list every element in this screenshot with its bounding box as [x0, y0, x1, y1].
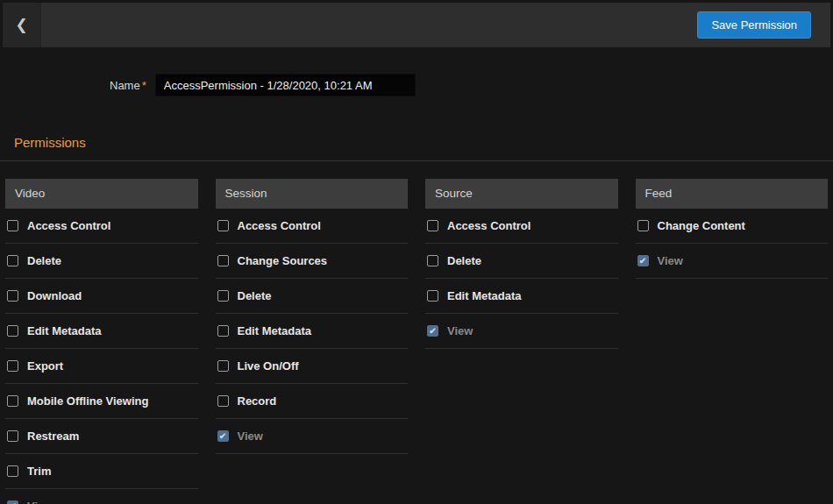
permission-row[interactable]: View: [636, 244, 829, 279]
permission-label: Change Sources: [238, 254, 328, 267]
group-header: Video: [5, 179, 198, 209]
permission-group-video: VideoAccess ControlDeleteDownloadEdit Me…: [5, 179, 198, 504]
checkbox-unchecked[interactable]: [7, 290, 18, 302]
permission-label: Record: [238, 394, 277, 408]
checkbox-checked[interactable]: [217, 430, 229, 442]
permission-row[interactable]: Access Control: [216, 209, 409, 244]
permission-row[interactable]: Live On/Off: [216, 349, 409, 384]
checkbox-unchecked[interactable]: [637, 220, 649, 231]
checkbox-unchecked[interactable]: [7, 465, 18, 477]
permission-label: View: [447, 324, 473, 337]
permission-label: Edit Metadata: [238, 324, 312, 337]
checkbox-unchecked[interactable]: [217, 325, 229, 337]
group-header: Session: [216, 179, 409, 209]
permission-label: Live On/Off: [238, 359, 299, 373]
name-label: Name*: [110, 79, 146, 92]
permission-label: Delete: [238, 289, 272, 302]
permission-label: View: [27, 500, 53, 504]
permission-row[interactable]: Delete: [425, 244, 618, 279]
checkbox-unchecked[interactable]: [217, 360, 229, 372]
permission-label: Access Control: [447, 219, 530, 232]
permission-row[interactable]: Edit Metadata: [425, 279, 618, 314]
permission-label: Trim: [27, 465, 51, 478]
permission-label: View: [658, 254, 683, 267]
permission-group-source: SourceAccess ControlDeleteEdit MetadataV…: [425, 179, 618, 349]
checkbox-unchecked[interactable]: [7, 395, 18, 407]
checkbox-unchecked[interactable]: [7, 430, 18, 442]
name-label-text: Name: [110, 79, 140, 92]
permission-row[interactable]: Edit Metadata: [5, 314, 198, 349]
permission-label: View: [238, 429, 263, 443]
back-button[interactable]: ❮: [3, 3, 41, 47]
permission-label: Change Content: [658, 219, 745, 232]
permission-label: Restream: [27, 429, 79, 443]
permission-row[interactable]: View: [216, 419, 409, 454]
permission-label: Delete: [447, 254, 481, 267]
name-input[interactable]: [155, 74, 416, 96]
checkbox-checked[interactable]: [7, 500, 18, 504]
group-header: Source: [425, 179, 618, 209]
permission-label: Edit Metadata: [27, 324, 102, 337]
name-row: Name*: [0, 74, 833, 96]
permission-row[interactable]: View: [5, 489, 198, 504]
permission-row[interactable]: Delete: [216, 279, 409, 314]
permission-row[interactable]: Record: [216, 384, 409, 419]
permission-row[interactable]: Mobile Offline Viewing: [5, 384, 198, 419]
permission-row[interactable]: Download: [5, 279, 198, 314]
permission-label: Delete: [27, 254, 61, 267]
permission-row[interactable]: Trim: [5, 454, 198, 489]
permissions-columns: VideoAccess ControlDeleteDownloadEdit Me…: [0, 161, 833, 504]
permissions-heading: Permissions: [14, 135, 833, 150]
checkbox-unchecked[interactable]: [217, 255, 229, 266]
checkbox-unchecked[interactable]: [427, 290, 438, 302]
permission-label: Edit Metadata: [447, 289, 522, 302]
permission-row[interactable]: Restream: [5, 419, 198, 454]
required-asterisk: *: [142, 79, 146, 92]
permission-row[interactable]: View: [425, 314, 618, 349]
permission-row[interactable]: Access Control: [5, 209, 198, 244]
top-bar: ❮ Save Permission: [3, 3, 830, 47]
checkbox-unchecked[interactable]: [7, 255, 18, 266]
permission-label: Access Control: [27, 219, 110, 232]
permission-row[interactable]: Edit Metadata: [216, 314, 409, 349]
chevron-left-icon: ❮: [15, 16, 27, 34]
checkbox-unchecked[interactable]: [7, 220, 18, 231]
checkbox-unchecked[interactable]: [217, 290, 229, 302]
group-header: Feed: [636, 179, 829, 209]
permission-label: Access Control: [238, 219, 321, 232]
permission-group-feed: FeedChange ContentView: [636, 179, 829, 279]
permission-row[interactable]: Export: [5, 349, 198, 384]
checkbox-checked[interactable]: [637, 255, 649, 266]
permission-label: Mobile Offline Viewing: [27, 394, 148, 408]
permission-row[interactable]: Access Control: [425, 209, 618, 244]
checkbox-unchecked[interactable]: [217, 220, 229, 231]
checkbox-unchecked[interactable]: [427, 255, 438, 266]
checkbox-unchecked[interactable]: [427, 220, 438, 231]
permission-group-session: SessionAccess ControlChange SourcesDelet…: [216, 179, 409, 454]
save-permission-button[interactable]: Save Permission: [697, 11, 811, 39]
permission-label: Download: [27, 289, 82, 302]
checkbox-unchecked[interactable]: [217, 395, 229, 407]
checkbox-unchecked[interactable]: [7, 360, 18, 372]
permission-label: Export: [27, 359, 63, 373]
checkbox-unchecked[interactable]: [7, 325, 18, 337]
checkbox-checked[interactable]: [427, 325, 438, 337]
permission-row[interactable]: Change Content: [636, 209, 829, 244]
permission-row[interactable]: Delete: [5, 244, 198, 279]
permission-row[interactable]: Change Sources: [216, 244, 409, 279]
